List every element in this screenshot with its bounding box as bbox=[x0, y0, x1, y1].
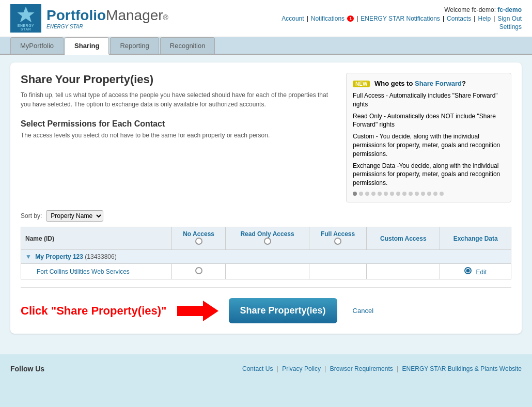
share-description: To finish up, tell us what type of acces… bbox=[21, 90, 331, 109]
logo-subtitle: ENERGY STAR bbox=[46, 24, 168, 29]
account-link[interactable]: Account bbox=[281, 15, 304, 22]
dot-9[interactable] bbox=[402, 192, 406, 196]
property-name-cell: ▼ My Property 123 (13433806) bbox=[21, 250, 511, 264]
dot-3[interactable] bbox=[365, 192, 369, 196]
dot-7[interactable] bbox=[390, 192, 394, 196]
read-only-cell bbox=[226, 264, 309, 279]
page-title: Share Your Property(ies) bbox=[21, 73, 331, 86]
dot-15[interactable] bbox=[440, 192, 444, 196]
dot-6[interactable] bbox=[384, 192, 388, 196]
header-read-only-radio[interactable] bbox=[264, 238, 271, 245]
tab-recognition[interactable]: Recognition bbox=[160, 37, 215, 54]
logo-portfolio: Portfolio bbox=[46, 7, 106, 24]
help-link[interactable]: Help bbox=[478, 15, 491, 22]
username: fc-demo bbox=[497, 6, 522, 13]
exchange-radio-selected[interactable] bbox=[464, 267, 472, 274]
property-row: ▼ My Property 123 (13433806) bbox=[21, 250, 511, 264]
notifications-link[interactable]: Notifications bbox=[311, 15, 345, 22]
dot-11[interactable] bbox=[415, 192, 419, 196]
notification-badge: 1 bbox=[347, 15, 354, 22]
property-id: (13433806) bbox=[85, 253, 116, 260]
collapse-arrow[interactable]: ▼ bbox=[25, 253, 32, 260]
welcome-text: Welcome fc-demo: fc-demo bbox=[281, 6, 522, 13]
action-row: Click "Share Property(ies)" Share Proper… bbox=[21, 298, 511, 323]
header-right: Welcome fc-demo: fc-demo Account | Notif… bbox=[281, 6, 522, 30]
tab-sharing[interactable]: Sharing bbox=[65, 37, 109, 55]
col-custom-access: Custom Access bbox=[367, 227, 440, 250]
header-full-access-radio[interactable] bbox=[334, 238, 341, 245]
sort-bar: Sort by: Property Name bbox=[21, 210, 511, 222]
tab-myportfolio[interactable]: MyPortfolio bbox=[10, 37, 64, 54]
contact-link[interactable]: Fort Collins Utilities Web Services bbox=[37, 268, 130, 275]
cancel-link[interactable]: Cancel bbox=[353, 307, 373, 315]
browser-req-link[interactable]: Browser Requirements bbox=[330, 365, 393, 372]
header-no-access-radio[interactable] bbox=[195, 238, 202, 245]
energy-star-notifications-link[interactable]: ENERGY STAR Notifications bbox=[361, 15, 440, 22]
footer-links: Contact Us | Privacy Policy | Browser Re… bbox=[242, 365, 522, 372]
dot-5[interactable] bbox=[378, 192, 382, 196]
no-access-radio[interactable] bbox=[195, 267, 202, 274]
perms-title: Select Permissions for Each Contact bbox=[21, 119, 331, 129]
no-access-cell bbox=[172, 264, 226, 279]
dot-12[interactable] bbox=[421, 192, 425, 196]
col-read-only: Read Only Access bbox=[226, 227, 309, 250]
dot-10[interactable] bbox=[409, 192, 413, 196]
dot-14[interactable] bbox=[433, 192, 437, 196]
dot-1[interactable] bbox=[353, 192, 357, 196]
full-access-info: Full Access - Automatically includes "Sh… bbox=[353, 91, 505, 109]
logo-reg: ® bbox=[163, 13, 168, 22]
carousel-dots bbox=[353, 192, 505, 196]
share-forward-panel: NEW Who gets to Share Forward? Full Acce… bbox=[346, 73, 511, 202]
dot-13[interactable] bbox=[427, 192, 431, 196]
custom-access-cell bbox=[367, 264, 440, 279]
share-forward-link[interactable]: Share Forward bbox=[415, 80, 462, 87]
read-only-info: Read Only - Automatically does NOT inclu… bbox=[353, 112, 505, 130]
click-instruction: Click "Share Property(ies)" bbox=[21, 304, 167, 318]
logo-manager: Manager bbox=[106, 7, 163, 24]
sign-out-link[interactable]: Sign Out bbox=[497, 15, 522, 22]
dot-8[interactable] bbox=[396, 192, 400, 196]
svg-marker-0 bbox=[17, 7, 34, 22]
arrow-icon bbox=[177, 301, 218, 321]
sort-select[interactable]: Property Name bbox=[46, 210, 103, 222]
logo-area: ENERGY STAR Portfolio Manager ® ENERGY S… bbox=[10, 4, 168, 33]
contact-us-link[interactable]: Contact Us bbox=[242, 365, 273, 372]
tabs-bar: MyPortfolio Sharing Reporting Recognitio… bbox=[0, 37, 532, 55]
share-left: Share Your Property(ies) To finish up, t… bbox=[21, 73, 331, 202]
header: ENERGY STAR Portfolio Manager ® ENERGY S… bbox=[0, 0, 532, 37]
main-content: Share Your Property(ies) To finish up, t… bbox=[0, 55, 532, 354]
settings-link[interactable]: Settings bbox=[499, 23, 522, 30]
svg-marker-1 bbox=[177, 301, 218, 321]
follow-us: Follow Us bbox=[10, 365, 44, 373]
col-full-access: Full Access bbox=[309, 227, 366, 250]
contact-row: Fort Collins Utilities Web Services Edit bbox=[21, 264, 511, 279]
exchange-info: Exchange Data -You decide, along with th… bbox=[353, 162, 505, 187]
share-header-row: Share Your Property(ies) To finish up, t… bbox=[21, 73, 511, 202]
custom-info: Custom - You decide, along with the indi… bbox=[353, 132, 505, 158]
share-property-button[interactable]: Share Property(ies) bbox=[229, 298, 337, 323]
perms-desc: The access levels you select do not have… bbox=[21, 132, 331, 139]
full-access-cell bbox=[309, 264, 366, 279]
col-exchange-data: Exchange Data bbox=[440, 227, 511, 250]
col-name: Name (ID) bbox=[21, 227, 172, 250]
privacy-policy-link[interactable]: Privacy Policy bbox=[282, 365, 321, 372]
contacts-link[interactable]: Contacts bbox=[447, 15, 471, 22]
property-link[interactable]: My Property 123 bbox=[35, 253, 83, 260]
sort-label: Sort by: bbox=[21, 212, 42, 220]
footer: Follow Us Contact Us | Privacy Policy | … bbox=[0, 357, 532, 381]
new-badge: NEW bbox=[353, 81, 370, 87]
access-table: Name (ID) No Access Read Only Access Ful… bbox=[21, 227, 511, 279]
edit-link[interactable]: Edit bbox=[476, 269, 487, 276]
dot-2[interactable] bbox=[359, 192, 363, 196]
energy-star-buildings-link[interactable]: ENERGY STAR Buildings & Plants Website bbox=[402, 365, 522, 372]
energy-star-logo: ENERGY STAR bbox=[10, 4, 41, 33]
divider bbox=[21, 287, 511, 288]
exchange-data-cell: Edit bbox=[440, 264, 511, 279]
share-forward-title: NEW Who gets to Share Forward? bbox=[353, 80, 505, 87]
content-card: Share Your Property(ies) To finish up, t… bbox=[10, 62, 522, 334]
col-no-access: No Access bbox=[172, 227, 226, 250]
tab-reporting[interactable]: Reporting bbox=[110, 37, 159, 54]
dot-4[interactable] bbox=[371, 192, 375, 196]
contact-name-cell: Fort Collins Utilities Web Services bbox=[21, 264, 172, 279]
